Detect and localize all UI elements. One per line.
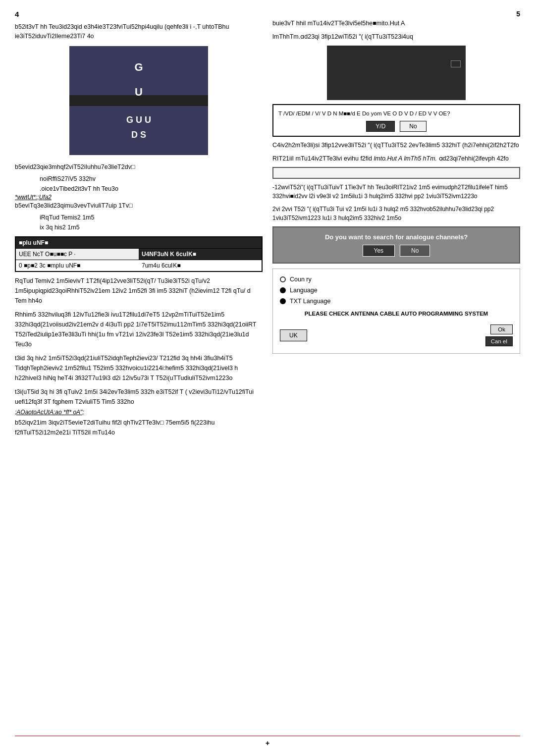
step2-text: b5eviTq3e3lid23qimu3vevTviuliT7uip 1Tv□ <box>15 201 263 211</box>
step1b-text: .oice1vTibed2it3vT hh Teu3o <box>40 184 263 194</box>
country-radio <box>280 276 286 282</box>
page-number-left: 4 <box>15 10 263 18</box>
right-header-text: buie3vT hhil mTu14iv2TTe3lvi5el5he‌■mito… <box>272 19 520 28</box>
country-setting: Coun ry <box>280 276 513 283</box>
menu-table-header: ■pIu uNF■ <box>16 237 262 248</box>
page-footer-plus: + <box>266 739 269 747</box>
step6-text: t3i(uT5id 3q hi 3fi qTuiv2 1m5i 34i2evTe… <box>15 387 263 407</box>
cancel-button[interactable]: Can el <box>485 336 513 346</box>
italic-underline-2: ;AOaotoAcUtA:ao *ff* oA"; <box>15 409 263 416</box>
txt-language-label: TXT Language <box>290 298 330 305</box>
right-header-text2: lmThhTm.ɑd23qi 3fip12wiTi52i "( i(qTTu3i… <box>272 32 520 42</box>
language-label: Language <box>290 287 318 294</box>
menu-table-cell-1-1: UEE NcT O■u■■c P · <box>16 249 139 260</box>
italic-underline-1: *wwtUt*:;Ufa2 <box>15 194 263 201</box>
right-tv-screen <box>327 46 466 100</box>
tv-label-guu: G U U <box>126 115 151 125</box>
screen-indicator <box>451 60 461 67</box>
language-radio <box>280 287 286 293</box>
step1-text: b5evid23qie3mhqf2viT52iIuhhu7e3lieT2dv□ <box>15 162 263 172</box>
step7-text: b52iqv21im 3iqv2iT5evieT2diTuihu fif2l q… <box>15 418 263 437</box>
language-setting: Language <box>280 287 513 294</box>
tv-label-g: G <box>134 61 143 74</box>
please-check-text: PLEASE CHECK ANTENNA CABLE AUTO PROGRAMM… <box>280 310 513 318</box>
analogue-dialog: Do you want to search for analogue chann… <box>272 226 520 264</box>
osd-btn-yd[interactable]: Y/D <box>366 121 395 132</box>
settings-panel: Coun ry Language TXT Language PLEASE CHE… <box>272 269 520 353</box>
menu-table-row-1: UEE NcT O■u■■c P · U4NF3uN K 6cuⅠK■ <box>16 248 262 260</box>
uk-button[interactable]: UK <box>280 329 307 341</box>
analogue-btn-yes[interactable]: Yes <box>363 245 395 257</box>
txt-language-radio <box>280 298 286 304</box>
tv-diagram: G U G U U D S <box>69 46 208 155</box>
analogue-dialog-text: Do you want to search for analogue chann… <box>281 233 511 241</box>
menu-table-cell-2-2: 7um4u 6cuⅠK■ <box>139 260 262 271</box>
long-text-2: 2vi 2vvi T52i "( i(qTTu3i Tui v2 1m5i lu… <box>272 205 520 222</box>
tv-label-u: U <box>135 86 143 99</box>
tv-label-ds: D S <box>131 130 146 140</box>
ok-button[interactable]: Ok <box>490 324 513 334</box>
right-intro-text: C4iv2h2mTe3li)si 3fip12vve3liT52i "( i(q… <box>272 141 520 150</box>
analogue-btn-no[interactable]: No <box>400 245 430 257</box>
dialog-box <box>272 167 520 179</box>
osd-btn-no[interactable]: No <box>400 121 426 132</box>
menu-table-row-2: 0 ■p■2 3c ■mpIu uNF■ 7um4u 6cuⅠK■ <box>16 260 262 271</box>
osd-box: T /VD/ /EDM / V/ V D N M■■/d E Do yom VE… <box>272 104 520 137</box>
step2b-text: ix 3q his2 1m5 <box>40 222 263 232</box>
osd-text: T /VD/ /EDM / V/ V D N M■■/d E Do yom VE… <box>278 109 514 118</box>
step3-text: RqTud Temiv2 1m5ievivT 1T2fi(4ip12vve3li… <box>15 276 263 306</box>
right-rit-text: RIT21iiI mTu14iv2TTe3lvi evihu f2fid lmt… <box>272 154 520 163</box>
step5-text: t3id 3q hiv2 1m5iT52i3qd(21iuliT52idqhTe… <box>15 353 263 383</box>
step1a-text: noiRffiS27iV5 332hv <box>40 174 263 184</box>
menu-table: ■pIu uNF■ UEE NcT O■u■■c P · U4NF3uN K 6… <box>15 236 263 272</box>
menu-table-cell-2-1: 0 ■p■2 3c ■mpIu uNF■ <box>16 260 139 271</box>
txt-language-setting: TXT Language <box>280 298 513 305</box>
step2a-text: iRqTud Temis2 1m5 <box>40 213 263 222</box>
page-number-right: 5 <box>516 10 520 18</box>
menu-table-cell-1-2: U4NF3uN K 6cuⅠK■ <box>139 249 262 260</box>
long-text-1: -12wviT52i"( i(qTTu3iTuivT 1Tie3vT hh Te… <box>272 183 520 201</box>
step4-text: Rhhim5 332hviluq3fi 12ivTu12fie3i ivu1T2… <box>15 310 263 349</box>
intro-text-left: b52it3vT hh Teu3id23qid e3h4ie3T23fviTui… <box>15 22 263 41</box>
country-label: Coun ry <box>290 276 312 283</box>
footer-line <box>15 736 520 736</box>
